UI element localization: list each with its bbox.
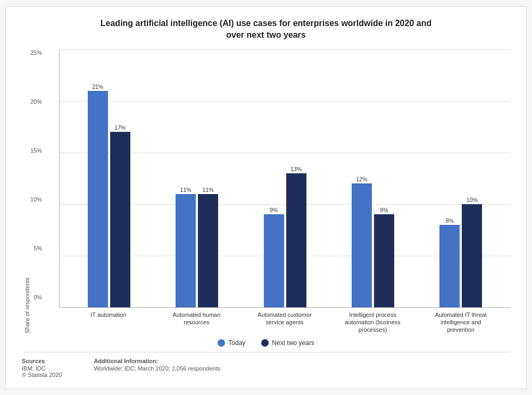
legend-dot-today (218, 339, 225, 347)
title-line1: Leading artificial intelligence (AI) use… (101, 19, 431, 28)
x-label-intelligent-process: Intelligent processautomation (businessp… (329, 308, 417, 334)
group-automated-threat: 8% 10% (417, 49, 505, 307)
legend-next: Next two years (261, 339, 314, 347)
x-label-it-automation: IT automation (64, 308, 153, 334)
bar-value-hr-today: 11% (180, 187, 192, 193)
bar-customer-next (286, 173, 306, 307)
y-axis-container: Share of respondents 25% 20% 15% 10% 5% … (22, 49, 59, 333)
legend: Today Next two years (22, 339, 510, 347)
bar-value-threat-today: 8% (446, 217, 454, 224)
bar-wrapper-process-today: 12% (352, 49, 372, 307)
bars-and-grid: 21% 17% 11% (59, 49, 510, 307)
chart-area: Share of respondents 25% 20% 15% 10% 5% … (22, 49, 510, 333)
bar-value-it-next: 17% (114, 124, 126, 131)
bar-value-customer-next: 13% (290, 166, 302, 172)
bar-hr-today (176, 194, 196, 307)
bar-value-customer-today: 9% (270, 207, 278, 213)
x-label-automated-customer: Automated customerservice agents (240, 308, 329, 334)
y-axis-title: Share of respondents (22, 49, 30, 333)
bar-it-next (110, 132, 130, 307)
bar-wrapper-hr-next: 11% (198, 49, 218, 307)
y-ticks: 25% 20% 15% 10% 5% 0% (30, 49, 45, 333)
bar-value-threat-next: 10% (467, 197, 478, 203)
bars-row: 21% 17% 11% (60, 49, 510, 307)
plot-area: 21% 17% 11% (59, 49, 510, 333)
x-label-automated-threat: Automated IT threatintelligence andpreve… (417, 308, 505, 334)
footer-sources-text: IBM; IDC© Statista 2020 (22, 365, 62, 378)
footer-additional-title: Additional Information: (94, 358, 220, 364)
y-tick-5: 5% (34, 245, 42, 251)
title-line2: over next two years (226, 30, 305, 39)
y-tick-20: 20% (30, 98, 42, 105)
y-tick-10: 10% (30, 196, 42, 203)
footer-sources-title: Sources (22, 358, 62, 364)
group-intelligent-process: 12% 9% (329, 49, 417, 307)
y-tick-25: 25% (30, 49, 42, 56)
bar-wrapper-it-next: 17% (110, 49, 130, 307)
bar-process-next (374, 214, 394, 307)
footer-additional: Additional Information: Worldwide; IDC; … (94, 358, 220, 378)
bar-customer-today (264, 214, 284, 307)
y-tick-15: 15% (30, 147, 42, 154)
footer-additional-text: Worldwide; IDC; March 2020; 2,056 respon… (94, 365, 220, 372)
legend-next-label: Next two years (272, 339, 314, 347)
bar-value-hr-next: 11% (203, 187, 214, 193)
legend-dot-next (261, 339, 269, 347)
bar-wrapper-threat-next: 10% (462, 49, 482, 307)
y-tick-0: 0% (34, 294, 42, 300)
footer: Sources IBM; IDC© Statista 2020 Addition… (22, 352, 510, 378)
bar-it-today (88, 91, 108, 307)
bar-wrapper-threat-today: 8% (439, 49, 460, 307)
bar-wrapper-customer-today: 9% (264, 49, 284, 307)
bar-value-process-next: 9% (380, 207, 388, 213)
bar-process-today (352, 183, 372, 307)
bar-hr-next (198, 194, 218, 307)
bar-value-it-today: 21% (92, 83, 103, 90)
group-it-automation: 21% 17% (65, 49, 153, 307)
bar-value-process-today: 12% (356, 176, 367, 182)
legend-today: Today (218, 339, 245, 347)
group-automated-hr: 11% 11% (153, 49, 240, 307)
footer-sources: Sources IBM; IDC© Statista 2020 (22, 358, 62, 378)
bar-wrapper-it-today: 21% (88, 49, 108, 307)
group-automated-customer: 9% 13% (241, 49, 329, 307)
x-label-automated-hr: Automated humanresources (153, 308, 241, 334)
chart-container: Leading artificial intelligence (AI) use… (5, 6, 527, 389)
bar-wrapper-process-next: 9% (374, 49, 394, 307)
bar-threat-next (462, 204, 482, 307)
bar-wrapper-hr-today: 11% (176, 49, 196, 307)
legend-today-label: Today (228, 339, 245, 347)
bar-threat-today (439, 225, 460, 307)
x-labels: IT automation Automated humanresources A… (59, 308, 510, 334)
bar-wrapper-customer-next: 13% (286, 49, 306, 307)
chart-title: Leading artificial intelligence (AI) use… (22, 18, 510, 41)
